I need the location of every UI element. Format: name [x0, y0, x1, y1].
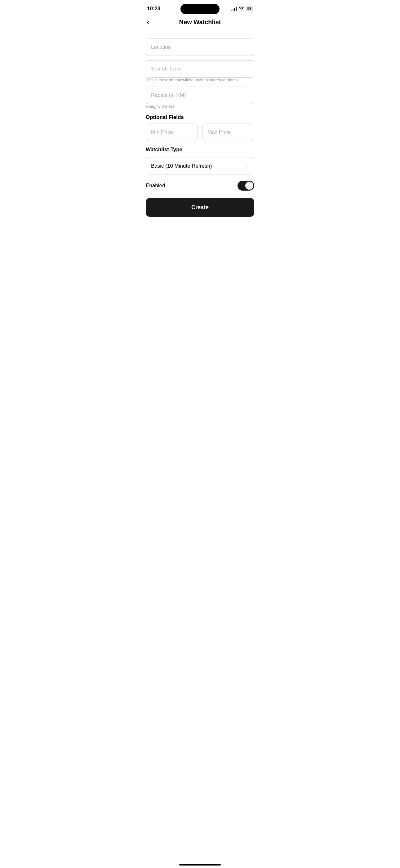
search-term-input[interactable] [146, 60, 254, 78]
signal-bar-2 [233, 9, 233, 11]
radius-group: Roughly 0 miles [146, 87, 254, 108]
search-term-group: This is the term that will be used to se… [146, 60, 254, 82]
enabled-row: Enabled [146, 181, 254, 191]
battery-icon: 58 [246, 6, 253, 11]
toggle-knob [245, 182, 253, 190]
optional-fields-label: Optional Fields [146, 114, 254, 120]
watchlist-type-label: Watchlist Type [146, 147, 254, 153]
watchlist-type-select[interactable]: Basic (10 Minute Refresh) Premium (5 Min… [146, 157, 254, 175]
battery-level: 58 [247, 6, 252, 11]
back-button[interactable]: ‹ [146, 17, 151, 28]
price-row [146, 124, 254, 141]
signal-bar-4 [236, 6, 237, 11]
status-icons: 58 [231, 6, 253, 11]
create-button[interactable]: Create [146, 198, 254, 217]
nav-header: ‹ New Watchlist [139, 16, 261, 31]
location-input[interactable] [146, 38, 254, 56]
signal-icon [231, 6, 237, 11]
radius-input[interactable] [146, 87, 254, 104]
watchlist-type-group: Basic (10 Minute Refresh) Premium (5 Min… [146, 157, 254, 175]
form-content: This is the term that will be used to se… [139, 31, 261, 224]
max-price-input[interactable] [202, 124, 254, 141]
dynamic-island [180, 4, 220, 14]
enabled-label: Enabled [146, 183, 165, 189]
status-time: 10:23 [147, 6, 160, 12]
signal-bar-1 [231, 10, 232, 11]
signal-bar-3 [234, 8, 235, 11]
enabled-toggle[interactable] [237, 181, 254, 191]
search-term-helper: This is the term that will be used to se… [146, 78, 254, 82]
wifi-icon [238, 6, 244, 11]
min-price-input[interactable] [146, 124, 198, 141]
page-title: New Watchlist [179, 19, 221, 26]
radius-helper: Roughly 0 miles [146, 104, 254, 108]
